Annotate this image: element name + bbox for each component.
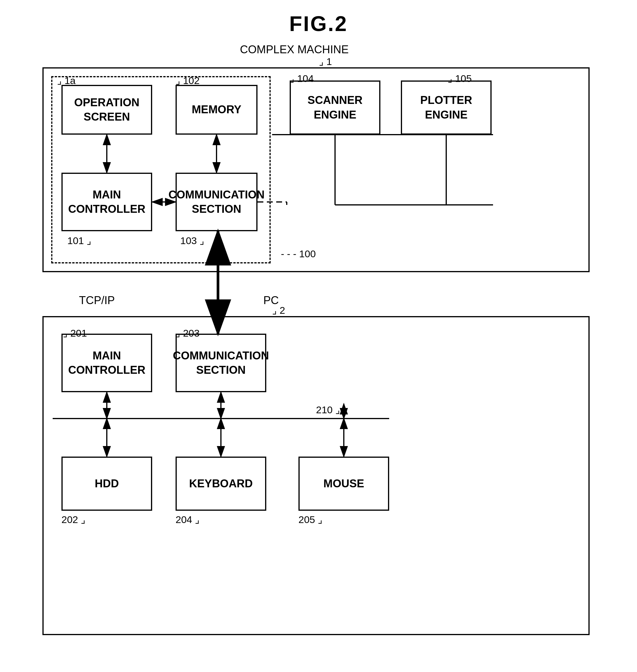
ref-203: ⌟ 203 — [176, 327, 200, 339]
plotter-engine-box: PLOTTER ENGINE — [401, 80, 492, 134]
ref-103: 103 ⌟ — [180, 235, 204, 247]
tcp-ip-label: TCP/IP — [79, 294, 115, 307]
ref-104: ⌟ 104 — [290, 73, 314, 84]
ref-100: - - - 100 — [281, 248, 316, 260]
hdd-box: HDD — [61, 457, 152, 511]
operation-screen-box: OPERATION SCREEN — [61, 85, 152, 134]
memory-box: MEMORY — [176, 85, 257, 134]
complex-machine-label: COMPLEX MACHINE — [240, 43, 349, 56]
main-controller-top-box: MAIN CONTROLLER — [61, 173, 152, 231]
pc-main-controller-box: MAIN CONTROLLER — [61, 334, 152, 392]
mouse-box: MOUSE — [298, 457, 389, 511]
figure-title: FIG.2 — [289, 12, 348, 36]
ref-105: ⌟ 105 — [448, 73, 472, 84]
ref-205: 205 ⌟ — [298, 514, 323, 525]
scanner-engine-box: SCANNER ENGINE — [290, 80, 380, 134]
ref-202: 202 ⌟ — [61, 514, 86, 525]
ref-2: ⌟ 2 — [272, 304, 285, 316]
keyboard-box: KEYBOARD — [176, 457, 266, 511]
comm-section-top-box: COMMUNICATION SECTION — [176, 173, 257, 231]
ref-101: 101 ⌟ — [67, 235, 91, 247]
ref-102: ⌟ 102 — [176, 75, 200, 86]
ref-201: ⌟ 201 — [63, 327, 87, 339]
ref-204: 204 ⌟ — [176, 514, 200, 525]
ref-1a: ⌟ 1a — [57, 75, 75, 86]
diagram: FIG.2 COMPLEX MACHINE ⌟ 1 ⌟ 1a OPERATION… — [0, 0, 637, 672]
pc-comm-section-box: COMMUNICATION SECTION — [176, 334, 266, 392]
ref-1: ⌟ 1 — [319, 56, 332, 67]
ref-210: 210 ⌟ — [316, 404, 340, 416]
